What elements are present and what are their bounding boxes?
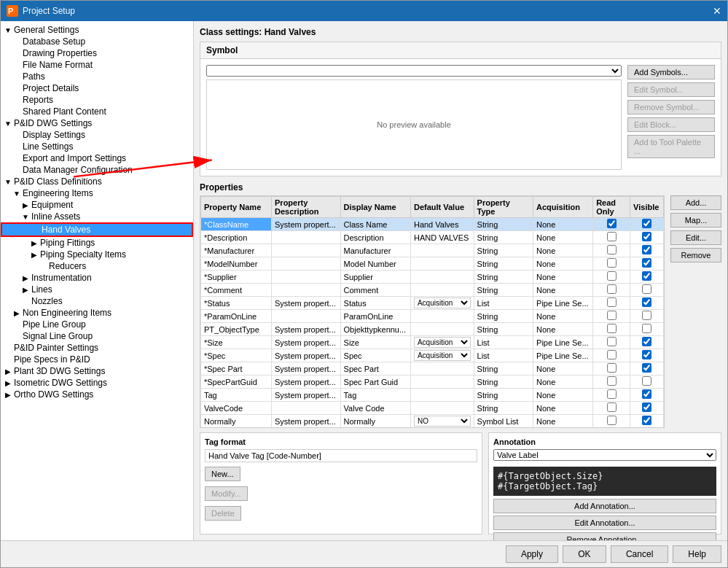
tree-item-project[interactable]: Project Details [1,82,193,94]
tree-toggle-specialty[interactable]: ▶ [30,251,39,259]
readonly-checkbox-1[interactable] [607,232,617,241]
readonly-checkbox-3[interactable] [607,258,617,268]
tree-item-datamgr[interactable]: Data Manager Configuration [1,164,193,176]
help-button[interactable]: Help [673,545,721,563]
symbol-btn-3[interactable]: Edit Block... [627,117,715,132]
tag-format-btn-1[interactable]: Modify... [205,486,248,501]
tree-item-inline[interactable]: ▼Inline Assets [1,211,193,222]
readonly-checkbox-7[interactable] [607,311,617,320]
tree-item-pandid[interactable]: ▼P&ID DWG Settings [1,117,193,129]
tree-item-signalgroup[interactable]: Signal Line Group [1,330,193,342]
tree-item-isometric[interactable]: ▶Isometric DWG Settings [1,377,193,389]
readonly-checkbox-0[interactable] [607,219,617,228]
tree-toggle-general[interactable]: ▼ [4,26,12,34]
table-row[interactable]: *ClassNameSystem propert...Class NameHan… [201,218,664,231]
readonly-checkbox-14[interactable] [607,402,617,412]
ok-button[interactable]: OK [563,545,606,563]
visible-checkbox-12[interactable] [642,376,651,386]
visible-checkbox-2[interactable] [642,245,651,254]
cell-dropdown-9[interactable]: Acquisition [414,337,471,348]
tree-item-reports[interactable]: Reports [1,94,193,106]
table-row[interactable]: *SupplierSupplierStringNone [201,271,664,284]
table-row[interactable]: *SizeSystem propert...SizeAcquisitionLis… [201,336,664,349]
annotation-btn-1[interactable]: Edit Annotation... [493,516,716,530]
tree-item-pipelinegroup[interactable]: Pipe Line Group [1,319,193,330]
visible-checkbox-1[interactable] [642,232,651,241]
tree-toggle-pandid[interactable]: ▼ [4,120,12,128]
prop-btn-3[interactable]: Remove [670,248,721,262]
tree-toggle-lines[interactable]: ▶ [21,286,30,294]
tree-toggle-plant3d[interactable]: ▶ [4,367,12,376]
prop-btn-1[interactable]: Map... [670,213,721,227]
cell-dropdown-6[interactable]: Acquisition [414,297,471,308]
tree-item-database[interactable]: Database Setup [1,36,193,47]
readonly-checkbox-13[interactable] [607,389,617,399]
tree-toggle-inline[interactable]: ▼ [21,213,30,221]
tree-item-line[interactable]: Line Settings [1,141,193,152]
table-row[interactable]: *ModelNumberModel NumberStringNone [201,257,664,271]
table-row[interactable]: *CommentCommentStringNone [201,284,664,297]
table-row[interactable]: PT_ObjectTypeSystem propert...Objekttypk… [201,323,664,336]
symbol-btn-4[interactable]: Add to Tool Palette ... [627,135,715,158]
table-row[interactable]: ValveCodeValve CodeStringNone [201,402,664,415]
readonly-checkbox-15[interactable] [607,416,617,425]
visible-checkbox-13[interactable] [642,389,651,399]
properties-table[interactable]: Property NameProperty DescriptionDisplay… [200,195,665,428]
readonly-checkbox-11[interactable] [607,363,617,373]
tree-item-drawing[interactable]: Drawing Properties [1,47,193,59]
readonly-checkbox-4[interactable] [607,271,617,281]
tree-item-reducers[interactable]: Reducers [1,260,193,272]
visible-checkbox-10[interactable] [642,350,651,359]
tree-item-engineering[interactable]: ▼Engineering Items [1,187,193,199]
tree-toggle-instrumentation[interactable]: ▶ [21,274,30,282]
tree-item-pipespecs[interactable]: Pipe Specs in P&ID [1,354,193,365]
tree-item-filename[interactable]: File Name Format [1,59,193,71]
cell-dropdown-15[interactable]: NO [414,416,471,427]
annotation-btn-2[interactable]: Remove Annotation... [493,532,716,540]
tree-item-lines[interactable]: ▶Lines [1,284,193,295]
readonly-checkbox-6[interactable] [607,297,617,307]
tree-toggle-isometric[interactable]: ▶ [4,379,12,387]
annotation-dropdown[interactable]: Valve Label [493,449,716,461]
tree-toggle-pipefittings[interactable]: ▶ [30,239,39,247]
tree-item-shared[interactable]: Shared Plant Content [1,106,193,117]
visible-checkbox-9[interactable] [642,337,651,346]
visible-checkbox-11[interactable] [642,363,651,373]
readonly-checkbox-12[interactable] [607,376,617,386]
cell-dropdown-10[interactable]: Acquisition [414,350,471,361]
prop-btn-0[interactable]: Add... [670,195,721,210]
symbol-btn-1[interactable]: Edit Symbol... [627,82,715,97]
tree-item-noneng[interactable]: ▶Non Engineering Items [1,307,193,319]
symbol-btn-2[interactable]: Remove Symbol... [627,100,715,114]
tree-item-ortho[interactable]: ▶Ortho DWG Settings [1,389,193,400]
table-row[interactable]: *Spec PartSystem propert...Spec PartStri… [201,362,664,376]
visible-checkbox-15[interactable] [642,416,651,425]
close-button[interactable]: ✕ [713,5,721,17]
table-row[interactable]: FailureFailureStringNone [201,428,664,429]
readonly-checkbox-5[interactable] [607,284,617,294]
symbol-dropdown[interactable] [206,65,622,77]
tree-item-display[interactable]: Display Settings [1,129,193,141]
tree-item-pipefittings[interactable]: ▶Piping Fittings [1,237,193,249]
tree-item-export[interactable]: Export and Import Settings [1,152,193,164]
table-row[interactable]: *ParamOnLineParamOnLineStringNone [201,310,664,323]
tag-format-btn-0[interactable]: New... [205,467,240,481]
cancel-button[interactable]: Cancel [611,545,668,563]
visible-checkbox-7[interactable] [642,311,651,320]
visible-checkbox-5[interactable] [642,284,651,294]
prop-btn-2[interactable]: Edit... [670,230,721,245]
table-row[interactable]: *ManufacturerManufacturerStringNone [201,244,664,257]
symbol-btn-0[interactable]: Add Symbols... [627,65,715,79]
visible-checkbox-8[interactable] [642,324,651,333]
tree-item-equipment[interactable]: ▶Equipment [1,199,193,211]
tree-item-general[interactable]: ▼General Settings [1,24,193,36]
tree-item-painter[interactable]: P&ID Painter Settings [1,342,193,354]
table-row[interactable]: *DescriptionDescriptionHAND VALVESString… [201,231,664,244]
annotation-btn-0[interactable]: Add Annotation... [493,499,716,513]
table-row[interactable]: *StatusSystem propert...StatusAcquisitio… [201,297,664,310]
visible-checkbox-4[interactable] [642,271,651,281]
readonly-checkbox-10[interactable] [607,350,617,359]
tree-item-classdefs[interactable]: ▼P&ID Class Definitions [1,176,193,187]
tree-toggle-engineering[interactable]: ▼ [12,190,21,198]
table-row[interactable]: TagSystem propert...TagStringNone [201,389,664,402]
